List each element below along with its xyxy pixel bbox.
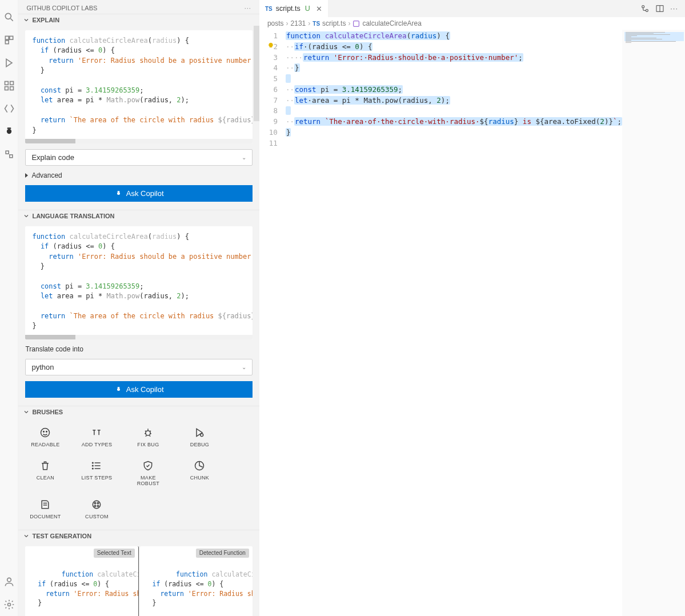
svg-point-29 <box>93 462 94 463</box>
translate-code-preview: function calculateCircleArea(radius) { i… <box>25 226 252 339</box>
panel-title: GITHUB COPILOT LABS <box>26 5 97 11</box>
section-header-testgen[interactable]: TEST GENERATION <box>18 530 259 542</box>
section-header-explain[interactable]: EXPLAIN <box>18 14 259 26</box>
labs-icon[interactable] <box>2 147 16 161</box>
section-header-translate[interactable]: LANGUAGE TRANSLATION <box>18 210 259 222</box>
triangle-right-icon <box>25 173 28 178</box>
tab-status: U <box>305 5 310 13</box>
svg-point-21 <box>43 431 45 432</box>
svg-rect-3 <box>10 36 13 39</box>
run-icon[interactable] <box>2 56 16 70</box>
code-line: 2··if·(radius <= 0) { <box>259 42 622 53</box>
remote-icon[interactable] <box>2 102 16 115</box>
brush-grid: READABLEADD TYPESFIX BUGDEBUGCLEANLIST S… <box>25 422 252 522</box>
code-line: 9··return `The·area·of·the·circle·with·r… <box>259 117 622 127</box>
chevron-down-icon: ⌄ <box>242 364 246 370</box>
code-line: 7··let·area = pi * Math.pow(radius, 2); <box>259 95 622 106</box>
chevron-down-icon <box>23 213 30 219</box>
svg-marker-24 <box>197 429 202 436</box>
translate-field-label: Translate code into <box>25 345 252 353</box>
brush-custom[interactable]: CUSTOM <box>79 499 114 519</box>
svg-rect-17 <box>117 191 119 192</box>
advanced-toggle[interactable]: Advanced <box>25 171 252 179</box>
svg-rect-12 <box>6 151 9 154</box>
tab-label: script.ts <box>276 5 301 13</box>
close-icon[interactable]: ✕ <box>316 5 322 13</box>
svg-point-25 <box>201 433 203 436</box>
section-header-brushes[interactable]: BRUSHES <box>18 406 259 418</box>
copilot-icon[interactable] <box>2 125 16 138</box>
brush-readable[interactable]: READABLE <box>27 427 63 447</box>
tab-bar: TS script.ts U ✕ ··· <box>259 0 685 17</box>
svg-point-15 <box>7 603 10 606</box>
editor-more-icon[interactable]: ··· <box>670 4 678 13</box>
svg-point-39 <box>98 505 99 507</box>
svg-point-43 <box>646 9 648 11</box>
ask-copilot-button[interactable]: Ask Copilot <box>25 185 252 202</box>
brush-add-types[interactable]: ADD TYPES <box>79 427 114 447</box>
compare-icon[interactable] <box>640 4 650 13</box>
scroll-indicator <box>254 26 259 121</box>
minimap[interactable] <box>622 30 685 616</box>
svg-rect-8 <box>5 87 8 90</box>
tab-script-ts[interactable]: TS script.ts U ✕ <box>259 0 328 17</box>
svg-point-14 <box>7 578 11 582</box>
detected-function-badge: Detected Function <box>196 549 249 558</box>
code-line: 3····return 'Error:·Radius·should·be·a·p… <box>259 53 622 63</box>
brush-chunk[interactable]: CHUNK <box>182 460 217 486</box>
split-editor-icon[interactable] <box>655 4 664 13</box>
svg-point-37 <box>98 502 99 504</box>
svg-point-16 <box>117 192 120 195</box>
code-line: 11 <box>259 138 622 149</box>
brush-list-steps[interactable]: LIST STEPS <box>79 460 114 486</box>
svg-rect-6 <box>5 82 8 85</box>
translate-language-select[interactable]: python ⌄ <box>25 359 252 375</box>
svg-point-30 <box>93 465 94 466</box>
brush-clean[interactable]: CLEAN <box>27 460 63 486</box>
settings-gear-icon[interactable] <box>2 598 16 611</box>
brush-debug[interactable]: DEBUG <box>182 427 217 447</box>
svg-point-18 <box>117 388 120 391</box>
svg-point-42 <box>642 6 644 8</box>
brush-fix-bug[interactable]: FIX BUG <box>130 427 166 447</box>
explorer-icon[interactable] <box>2 33 16 47</box>
svg-line-1 <box>10 19 13 21</box>
code-editor[interactable]: 1function calculateCircleArea(radius) {2… <box>259 30 622 616</box>
panel-more-icon[interactable]: ··· <box>245 5 251 11</box>
svg-point-0 <box>5 13 11 19</box>
brush-document[interactable]: DOCUMENT <box>27 499 63 519</box>
copilot-icon <box>114 385 123 394</box>
svg-rect-2 <box>5 36 9 39</box>
search-icon[interactable] <box>2 10 16 24</box>
extensions-icon[interactable] <box>2 79 16 93</box>
svg-point-38 <box>95 505 97 507</box>
lightbulb-icon[interactable] <box>267 42 274 49</box>
account-icon[interactable] <box>2 575 16 589</box>
explain-mode-select[interactable]: Explain code ⌄ <box>25 149 252 166</box>
code-line: 6··const pi = 3.14159265359; <box>259 85 622 95</box>
code-line: 5 <box>259 74 622 85</box>
copilot-labs-panel: GITHUB COPILOT LABS ··· EXPLAIN function… <box>18 0 259 616</box>
code-line: 10} <box>259 127 622 138</box>
svg-point-22 <box>46 431 47 432</box>
svg-rect-4 <box>5 41 9 44</box>
function-icon <box>352 20 360 27</box>
svg-rect-19 <box>117 387 119 388</box>
svg-point-36 <box>95 502 97 504</box>
editor-area: TS script.ts U ✕ ··· posts › 2131 › TS s… <box>259 0 685 616</box>
chevron-down-icon <box>23 17 30 23</box>
svg-rect-46 <box>354 21 359 26</box>
ask-copilot-button[interactable]: Ask Copilot <box>25 381 252 398</box>
breadcrumb[interactable]: posts › 2131 › TS script.ts › calculateC… <box>259 17 685 30</box>
svg-point-31 <box>93 468 94 469</box>
chevron-down-icon: ⌄ <box>242 154 246 161</box>
svg-point-20 <box>41 428 50 437</box>
brush-make-robust[interactable]: MAKE ROBUST <box>130 460 166 486</box>
testgen-detected-preview: Detected Function function calculateCirc… <box>140 546 253 616</box>
svg-rect-7 <box>10 82 13 85</box>
svg-rect-13 <box>10 155 13 158</box>
svg-rect-9 <box>10 87 13 90</box>
code-line: 8 <box>259 106 622 117</box>
svg-point-35 <box>93 501 101 508</box>
svg-point-10 <box>7 129 11 134</box>
